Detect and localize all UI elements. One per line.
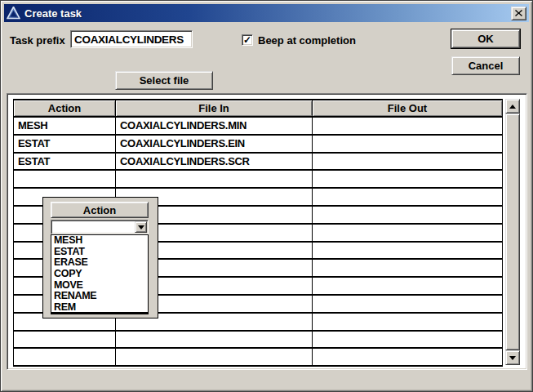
scrollbar-thumb[interactable]	[505, 114, 520, 350]
app-icon	[7, 7, 20, 20]
beep-label: Beep at completion	[258, 34, 356, 47]
table-cell[interactable]: COAXIALCYLINDERS.SCR	[116, 153, 313, 171]
column-header[interactable]: File In	[116, 100, 313, 117]
table-cell[interactable]	[313, 348, 503, 366]
arrow-down-icon	[509, 356, 516, 360]
task-prefix-label: Task prefix	[10, 34, 65, 47]
table-cell[interactable]	[313, 331, 503, 349]
table-cell[interactable]	[313, 188, 503, 206]
dropdown-item[interactable]: MOVE	[51, 280, 148, 292]
table-cell[interactable]	[116, 170, 313, 188]
table-cell[interactable]	[116, 348, 313, 366]
column-header[interactable]: File Out	[313, 100, 503, 117]
table-cell[interactable]	[313, 153, 503, 171]
arrow-up-icon	[509, 105, 516, 109]
dropdown-item[interactable]: ESTAT	[51, 247, 148, 258]
dropdown-item[interactable]: MESH	[51, 235, 148, 247]
table-cell[interactable]	[313, 295, 503, 313]
table-cell[interactable]	[313, 224, 503, 242]
table-cell[interactable]	[313, 242, 503, 260]
ok-button[interactable]: OK	[451, 29, 520, 48]
table-cell[interactable]: COAXIALCYLINDERS.MIN	[116, 117, 313, 135]
dropdown-item[interactable]: REM	[51, 302, 148, 314]
table-header-row: ActionFile InFile Out	[14, 100, 503, 117]
table-row	[14, 331, 503, 349]
chevron-down-icon	[138, 225, 144, 229]
scroll-up-button[interactable]	[505, 99, 520, 114]
window-title: Create task	[24, 7, 511, 20]
cancel-button[interactable]: Cancel	[451, 56, 520, 75]
table-row: ESTATCOAXIALCYLINDERS.SCR	[14, 153, 503, 171]
dropdown-item[interactable]: ERASE	[51, 257, 148, 269]
close-button[interactable]	[511, 7, 526, 20]
title-bar[interactable]: Create task	[4, 4, 529, 22]
beep-checkbox[interactable]: ✓	[242, 34, 253, 46]
table-cell[interactable]: MESH	[14, 117, 116, 135]
action-combobox[interactable]	[51, 220, 149, 234]
close-icon	[515, 10, 522, 16]
table-cell[interactable]: ESTAT	[14, 153, 116, 171]
dropdown-item[interactable]: RENAME	[51, 291, 148, 302]
table-cell[interactable]: ESTAT	[14, 135, 116, 153]
table-cell[interactable]: COAXIALCYLINDERS.EIN	[116, 135, 313, 153]
table-cell[interactable]	[313, 206, 503, 224]
table-cell[interactable]	[313, 135, 503, 153]
table-cell[interactable]	[313, 117, 503, 135]
create-task-dialog: Create task Task prefix ✓ Beep at comple…	[0, 0, 533, 392]
table-cell[interactable]	[313, 170, 503, 188]
table-row: ESTATCOAXIALCYLINDERS.EIN	[14, 135, 503, 153]
checkbox-checkmark: ✓	[243, 35, 251, 45]
table-cell[interactable]	[14, 331, 116, 349]
table-row: MESHCOAXIALCYLINDERS.MIN	[14, 117, 503, 135]
task-prefix-input[interactable]	[70, 30, 193, 48]
table-row	[14, 170, 503, 188]
select-file-button[interactable]: Select file	[115, 71, 213, 90]
table-cell[interactable]	[14, 170, 116, 188]
table-cell[interactable]	[116, 331, 313, 349]
table-cell[interactable]	[313, 313, 503, 331]
table-row	[14, 348, 503, 366]
column-header[interactable]: Action	[14, 100, 116, 117]
scroll-down-button[interactable]	[505, 350, 520, 365]
table-cell[interactable]	[313, 259, 503, 277]
vertical-scrollbar[interactable]	[505, 99, 520, 365]
table-cell[interactable]	[14, 348, 116, 366]
dropdown-item[interactable]: COPY	[51, 269, 148, 280]
action-cell-editor: Action MESHESTATERASECOPYMOVERENAMEREM	[42, 197, 158, 318]
table-cell[interactable]	[313, 277, 503, 295]
combobox-dropdown-button[interactable]	[135, 221, 147, 233]
action-editor-header[interactable]: Action	[51, 202, 149, 218]
action-dropdown-list: MESHESTATERASECOPYMOVERENAMEREM	[51, 234, 149, 314]
